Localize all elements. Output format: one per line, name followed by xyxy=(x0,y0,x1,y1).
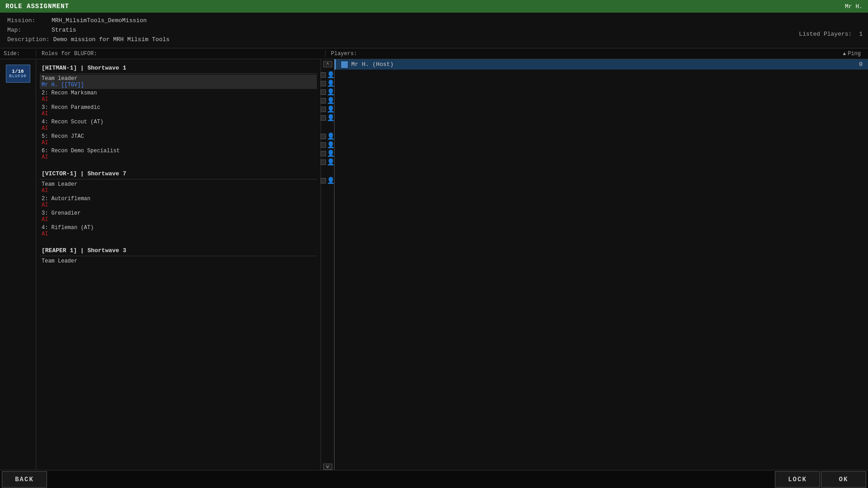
roles-side-controls: ^ 👤 👤 👤 xyxy=(321,59,334,470)
bottom-bar: BACK LOCK OK xyxy=(0,470,868,488)
group-hitman1: [HITMAN-1] | Shortwave 1 xyxy=(40,61,317,74)
role-assigned-h1r2: AI xyxy=(42,96,315,103)
role-checkbox-v1r4[interactable] xyxy=(321,160,326,165)
app-title: ROLE ASSIGNMENT xyxy=(5,3,69,10)
role-name-h1r4: 4: Recon Scout (AT) xyxy=(42,119,315,125)
role-name-v1r4: 4: Rifleman (AT) xyxy=(42,225,315,231)
role-checkbox-h1r4[interactable] xyxy=(321,98,326,103)
back-button[interactable]: BACK xyxy=(2,471,47,488)
role-name-v1r3: 3: Grenadier xyxy=(42,210,315,216)
main-content: 1/16 BLUFOR [HITMAN-1] | Shortwave 1 Tea… xyxy=(0,59,868,484)
group-reaper1: [REAPER 1] | Shortwave 3 xyxy=(40,244,317,256)
role-name-h1r6: 6: Recon Demo Specialist xyxy=(42,148,315,154)
person-icon-v1r4: 👤 xyxy=(327,158,334,166)
role-name-h1r1: Team leader xyxy=(42,75,315,82)
role-row-h1r5[interactable]: 5: Recon JTAC AI xyxy=(40,132,317,147)
desc-value: Demo mission for MRH Milsim Tools xyxy=(53,35,170,45)
role-info-v1r1: Team Leader AI xyxy=(42,181,315,194)
side-badge-blufor[interactable]: 1/16 BLUFOR xyxy=(6,65,30,83)
role-info-r1r1: Team Leader xyxy=(42,258,315,264)
map-label: Map: xyxy=(7,26,48,35)
person-icon-h1r3: 👤 xyxy=(327,88,334,96)
role-row-h1r4[interactable]: 4: Recon Scout (AT) AI xyxy=(40,118,317,132)
players-panel: Mr H. (Host) 0 xyxy=(335,59,868,484)
role-checkbox-h1r2[interactable] xyxy=(321,81,326,86)
role-assigned-h1r3: AI xyxy=(42,111,315,117)
listed-players-area: Listed Players: 1 xyxy=(799,31,863,38)
desc-label: Description: xyxy=(7,35,50,45)
person-icon-r1r1: 👤 xyxy=(327,177,334,184)
role-row-r1r1[interactable]: Team Leader xyxy=(40,257,317,265)
lock-button[interactable]: LOCK xyxy=(775,471,820,488)
role-info-h1r6: 6: Recon Demo Specialist AI xyxy=(42,148,315,160)
role-assigned-v1r2: AI xyxy=(42,202,315,208)
role-assigned-h1r5: AI xyxy=(42,140,315,146)
role-row-h1r2[interactable]: 2: Recon Marksman AI xyxy=(40,89,317,103)
player-row-p1[interactable]: Mr H. (Host) 0 xyxy=(335,59,868,70)
mission-label: Mission: xyxy=(7,16,48,26)
role-assigned-h1r1: Mr H. [[TGV]] xyxy=(42,82,315,88)
role-row-v1r4[interactable]: 4: Rifleman (AT) AI xyxy=(40,224,317,238)
person-icon-v1r2: 👤 xyxy=(327,141,334,149)
role-row-v1r1[interactable]: Team Leader AI xyxy=(40,180,317,195)
person-icon-v1r3: 👤 xyxy=(327,150,334,157)
role-name-h1r5: 5: Recon JTAC xyxy=(42,133,315,140)
roles-col-header: Roles for BLUFOR: xyxy=(42,51,97,57)
role-assigned-h1r4: AI xyxy=(42,125,315,131)
scroll-up-btn[interactable]: ^ xyxy=(323,61,332,67)
role-info-v1r2: 2: Autorifleman AI xyxy=(42,196,315,208)
current-user: Mr H. xyxy=(845,3,863,10)
role-name-h1r2: 2: Recon Marksman xyxy=(42,90,315,96)
person-icon-h1r4: 👤 xyxy=(327,97,334,104)
roles-columns: [HITMAN-1] | Shortwave 1 Team leader Mr … xyxy=(36,59,334,470)
person-icon-h1r2: 👤 xyxy=(327,80,334,87)
ping-col-header: Ping xyxy=(848,51,861,57)
role-checkbox-h1r5[interactable] xyxy=(321,107,326,112)
side-panel: 1/16 BLUFOR xyxy=(0,59,36,484)
mission-value: MRH_MilsimTools_DemoMission xyxy=(52,16,147,26)
role-info-v1r4: 4: Rifleman (AT) AI xyxy=(42,225,315,237)
person-icon-h1r5: 👤 xyxy=(327,105,334,113)
ping-sort-arrow[interactable]: ▲ xyxy=(843,51,846,56)
role-row-v1r2[interactable]: 2: Autorifleman AI xyxy=(40,195,317,209)
role-checkbox-h1r1[interactable] xyxy=(321,72,326,78)
person-icon-h1r6: 👤 xyxy=(327,114,334,122)
role-assigned-v1r3: AI xyxy=(42,216,315,223)
scroll-down-btn[interactable]: v xyxy=(323,464,332,470)
role-assigned-v1r4: AI xyxy=(42,231,315,237)
role-info-v1r3: 3: Grenadier AI xyxy=(42,210,315,223)
side-col-header: Side: xyxy=(4,51,20,57)
role-name-r1r1: Team Leader xyxy=(42,258,315,264)
roles-panel: [HITMAN-1] | Shortwave 1 Team leader Mr … xyxy=(36,59,335,484)
player-color-dot-p1 xyxy=(341,61,348,68)
person-icon-v1r1: 👤 xyxy=(327,132,334,140)
role-checkbox-v1r3[interactable] xyxy=(321,151,326,156)
side-badge-name: BLUFOR xyxy=(9,74,26,79)
role-checkbox-v1r1[interactable] xyxy=(321,134,326,139)
role-row-h1r3[interactable]: 3: Recon Paramedic AI xyxy=(40,103,317,118)
role-checkbox-r1r1[interactable] xyxy=(321,178,326,183)
ok-button[interactable]: OK xyxy=(821,471,866,488)
role-info-h1r5: 5: Recon JTAC AI xyxy=(42,133,315,146)
role-name-v1r1: Team Leader xyxy=(42,181,315,188)
roles-scroll-area[interactable]: [HITMAN-1] | Shortwave 1 Team leader Mr … xyxy=(36,59,321,470)
map-value: Stratis xyxy=(52,26,76,35)
bottom-right-buttons: LOCK OK xyxy=(775,471,868,488)
role-checkbox-h1r3[interactable] xyxy=(321,89,326,95)
player-ping-p1: 0 xyxy=(826,61,863,68)
players-col-header: Players: xyxy=(331,51,843,57)
role-checkbox-h1r6[interactable] xyxy=(321,115,326,121)
role-assigned-v1r1: AI xyxy=(42,188,315,194)
group-victor1: [VICTOR-1] | Shortwave 7 xyxy=(40,167,317,179)
role-row-h1r1[interactable]: Team leader Mr H. [[TGV]] xyxy=(40,75,317,89)
role-row-h1r6[interactable]: 6: Recon Demo Specialist AI xyxy=(40,147,317,161)
role-row-v1r3[interactable]: 3: Grenadier AI xyxy=(40,209,317,224)
mission-info: Mission: MRH_MilsimTools_DemoMission Map… xyxy=(0,13,868,48)
role-checkbox-v1r2[interactable] xyxy=(321,142,326,148)
role-info-h1r4: 4: Recon Scout (AT) AI xyxy=(42,119,315,131)
person-icon-h1r1: 👤 xyxy=(327,71,334,79)
role-info-h1r2: 2: Recon Marksman AI xyxy=(42,90,315,103)
role-assigned-h1r6: AI xyxy=(42,154,315,160)
title-bar: ROLE ASSIGNMENT Mr H. xyxy=(0,0,868,13)
role-name-v1r2: 2: Autorifleman xyxy=(42,196,315,202)
